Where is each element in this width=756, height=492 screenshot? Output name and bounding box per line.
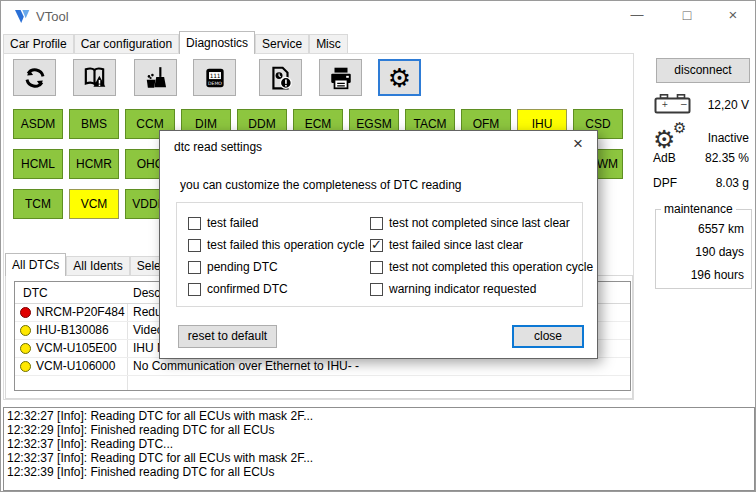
- checkbox-label: test not completed since last clear: [389, 216, 570, 230]
- checkbox-box[interactable]: [370, 261, 383, 274]
- minimize-icon[interactable]: —: [617, 1, 657, 29]
- demo-mode-button[interactable]: 111 DEMO: [193, 59, 236, 96]
- maintenance-group: maintenance 6557 km 190 days 196 hours: [655, 209, 752, 289]
- checkbox-test-failed[interactable]: test failed: [188, 212, 364, 234]
- close-button[interactable]: close: [512, 325, 584, 348]
- checkbox-column-right: test not completed since last clear ✓ te…: [370, 212, 593, 300]
- ecu-tcm[interactable]: TCM: [13, 189, 63, 219]
- checkbox-label: warning indicator requested: [389, 282, 536, 296]
- dtc-code: VCM-U105E00: [36, 340, 117, 357]
- checkbox-test-not-completed-since-last-clear[interactable]: test not completed since last clear: [370, 212, 593, 234]
- checkbox-box[interactable]: [188, 261, 201, 274]
- log-line: 12:32:37 [Info]: Reading DTC for all ECU…: [7, 451, 751, 465]
- demo-device-icon: 111 DEMO: [202, 65, 228, 91]
- clear-dtc-button[interactable]: [134, 59, 177, 96]
- refresh-button[interactable]: [13, 59, 56, 96]
- adb-value: 82.35 %: [660, 151, 749, 165]
- tab-service[interactable]: Service: [255, 34, 309, 53]
- tab-car-profile[interactable]: Car Profile: [3, 34, 74, 53]
- settings-button[interactable]: ⚙: [378, 59, 421, 96]
- book-warning-icon: [81, 65, 108, 91]
- status-yellow-icon: [20, 361, 31, 372]
- checkbox-box[interactable]: [188, 239, 201, 252]
- ecu-hcml[interactable]: HCML: [13, 149, 63, 179]
- reset-to-default-button[interactable]: reset to default: [178, 325, 277, 348]
- title-bar: VTool — □ ×: [1, 1, 755, 31]
- checkbox-label: test failed this operation cycle: [207, 238, 364, 252]
- tab-diagnostics[interactable]: Diagnostics: [179, 31, 255, 54]
- vtool-logo-icon: [14, 9, 34, 24]
- check-icon: ✓: [371, 237, 382, 252]
- header-dtc: DTC: [23, 282, 48, 304]
- main-tabbar: Car Profile Car configuration Diagnostic…: [3, 31, 348, 54]
- regen-status: Inactive: [660, 131, 749, 145]
- print-button[interactable]: [319, 59, 362, 96]
- dialog-title: dtc read settings: [174, 140, 262, 154]
- ecu-hcmr[interactable]: HCMR: [69, 149, 119, 179]
- tab-all-idents[interactable]: All Idents: [66, 256, 129, 275]
- dtc-description: No Communication over Ethernet to IHU- -: [133, 358, 359, 375]
- disconnect-button[interactable]: disconnect: [656, 58, 750, 83]
- checkbox-box[interactable]: [370, 217, 383, 230]
- ecu-bms[interactable]: BMS: [69, 109, 119, 139]
- status-yellow-icon: [20, 343, 31, 354]
- app-window: VTool — □ × Car Profile Car configuratio…: [0, 0, 756, 492]
- tab-misc[interactable]: Misc: [309, 34, 348, 53]
- checkbox-label: pending DTC: [207, 260, 278, 274]
- table-row[interactable]: VCM-U106000 No Communication over Ethern…: [15, 358, 630, 376]
- checkbox-test-not-completed-this-operation-cycle[interactable]: test not completed this operation cycle: [370, 256, 593, 278]
- report-button[interactable]: [259, 59, 302, 96]
- checkbox-box-checked[interactable]: ✓: [370, 239, 383, 252]
- status-red-icon: [20, 307, 31, 318]
- maintenance-days: 190 days: [695, 245, 744, 259]
- tab-car-configuration[interactable]: Car configuration: [74, 34, 179, 53]
- dialog-close-icon[interactable]: ×: [573, 134, 583, 154]
- checkbox-pending-dtc[interactable]: pending DTC: [188, 256, 364, 278]
- tab-all-dtcs[interactable]: All DTCs: [5, 253, 66, 276]
- read-dtc-button[interactable]: [73, 59, 116, 96]
- log-line: 12:32:37 [Info]: Reading DTC...: [7, 437, 751, 451]
- close-icon[interactable]: ×: [713, 1, 753, 29]
- dtc-read-settings-dialog: dtc read settings × you can customize th…: [159, 130, 598, 359]
- checkbox-warning-indicator-requested[interactable]: warning indicator requested: [370, 278, 593, 300]
- battery-voltage: 12,20 V: [660, 98, 749, 112]
- maintenance-hours: 196 hours: [691, 268, 744, 282]
- refresh-icon: [22, 65, 48, 91]
- report-document-icon: [268, 65, 294, 91]
- ecu-vcm[interactable]: VCM: [69, 189, 119, 219]
- checkbox-box[interactable]: [188, 217, 201, 230]
- svg-text:111: 111: [209, 71, 220, 78]
- checkbox-label: confirmed DTC: [207, 282, 288, 296]
- printer-icon: [328, 65, 354, 91]
- clean-broom-icon: [143, 65, 169, 91]
- status-yellow-icon: [20, 325, 31, 336]
- dialog-message: you can customize the completeness of DT…: [180, 178, 461, 192]
- dtc-tabbar: All DTCs All Idents Selecte: [5, 254, 184, 276]
- checkbox-test-failed-since-last-clear[interactable]: ✓ test failed since last clear: [370, 234, 593, 256]
- log-line: 12:32:39 [Info]: Finished reading DTC fo…: [7, 465, 751, 479]
- checkbox-test-failed-this-operation-cycle[interactable]: test failed this operation cycle: [188, 234, 364, 256]
- dtc-code: VCM-U106000: [36, 358, 115, 375]
- svg-text:DEMO: DEMO: [208, 80, 222, 85]
- log-panel[interactable]: 12:32:27 [Info]: Reading DTC for all ECU…: [3, 407, 755, 491]
- maximize-icon[interactable]: □: [667, 1, 707, 29]
- dpf-value: 8.03 g: [660, 176, 749, 190]
- checkbox-box[interactable]: [188, 283, 201, 296]
- checkbox-box[interactable]: [370, 283, 383, 296]
- checkbox-column-left: test failed test failed this operation c…: [188, 212, 364, 300]
- log-line: 12:32:29 [Info]: Finished reading DTC fo…: [7, 423, 751, 437]
- log-line: 12:32:27 [Info]: Reading DTC for all ECU…: [7, 409, 751, 423]
- ecu-asdm[interactable]: ASDM: [13, 109, 63, 139]
- checkbox-label: test failed: [207, 216, 258, 230]
- dtc-code: NRCM-P20F484: [36, 304, 125, 321]
- maintenance-km: 6557 km: [698, 222, 744, 236]
- gear-icon: ⚙: [388, 65, 411, 91]
- window-title: VTool: [36, 9, 69, 24]
- maintenance-label: maintenance: [661, 202, 736, 216]
- checkbox-label: test not completed this operation cycle: [389, 260, 593, 274]
- dtc-code: IHU-B130086: [36, 322, 109, 339]
- checkbox-label: test failed since last clear: [389, 238, 523, 252]
- checkbox-confirmed-dtc[interactable]: confirmed DTC: [188, 278, 364, 300]
